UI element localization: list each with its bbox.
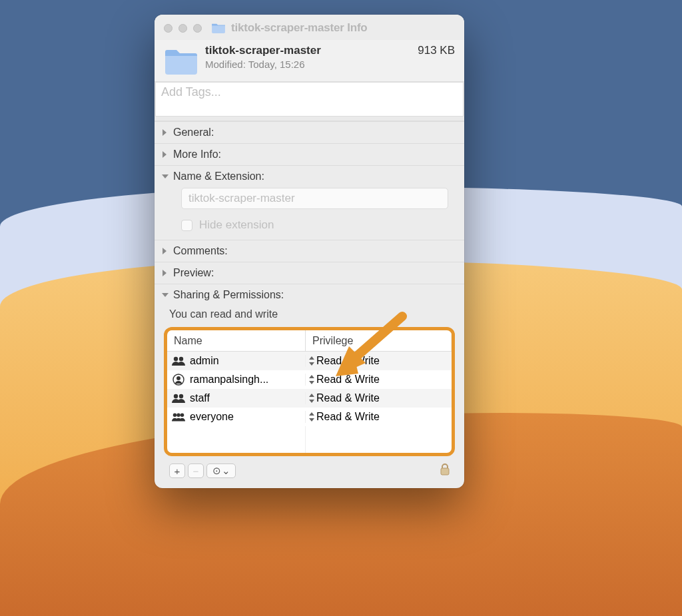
user-icon [171, 356, 186, 366]
svg-point-0 [174, 357, 178, 361]
chevron-down-icon [161, 173, 170, 180]
chevron-right-icon [161, 151, 170, 158]
user-icon [171, 393, 186, 404]
section-label: General: [173, 127, 214, 139]
permissions-table: Name Privilege adminRead & Writeramanpal… [164, 327, 455, 456]
minimize-button[interactable] [178, 24, 187, 33]
tags-section: Add Tags... [155, 81, 464, 121]
lock-icon[interactable] [439, 463, 451, 479]
chevron-right-icon [161, 129, 170, 137]
remove-button[interactable]: − [188, 463, 204, 478]
item-name: tiktok-scraper-master [205, 44, 418, 57]
permissions-user-name: ramanpalsingh... [190, 374, 268, 386]
tags-input[interactable]: Add Tags... [155, 82, 464, 117]
action-menu-button[interactable]: ⊙ ⌄ [206, 463, 236, 478]
privilege-selector[interactable]: Read & Write [306, 411, 452, 423]
section-sharing-permissions[interactable]: Sharing & Permissions: [155, 284, 464, 306]
hide-extension-checkbox[interactable] [181, 220, 192, 231]
desktop-background: tiktok-scraper-master Info tiktok-scrape… [0, 0, 682, 616]
section-preview[interactable]: Preview: [155, 262, 464, 284]
traffic-lights [164, 24, 202, 33]
privilege-value: Read & Write [316, 355, 380, 367]
section-label: More Info: [173, 149, 221, 160]
column-privilege[interactable]: Privilege [306, 330, 452, 351]
privilege-selector[interactable]: Read & Write [306, 392, 452, 404]
svg-point-6 [173, 414, 177, 418]
updown-icon [308, 412, 315, 422]
chevron-right-icon [161, 247, 170, 255]
section-name-extension[interactable]: Name & Extension: Hide extension [155, 165, 464, 240]
chevron-down-icon: ⌄ [222, 465, 230, 477]
chevron-down-icon [161, 292, 170, 298]
section-general[interactable]: General: [155, 121, 464, 143]
zoom-button[interactable] [193, 24, 202, 33]
size-label: 913 KB [418, 44, 455, 57]
modified-label: Modified: Today, 15:26 [205, 59, 418, 70]
permissions-user-name: staff [190, 392, 210, 404]
close-button[interactable] [164, 24, 172, 33]
privilege-value: Read & Write [316, 374, 380, 386]
updown-icon [308, 375, 315, 384]
window-title: tiktok-scraper-master Info [231, 21, 368, 35]
privilege-selector[interactable]: Read & Write [306, 374, 452, 386]
chevron-right-icon [161, 269, 170, 277]
section-label: Comments: [173, 245, 228, 257]
section-comments[interactable]: Comments: [155, 240, 464, 262]
folder-icon [164, 47, 198, 76]
column-name[interactable]: Name [167, 330, 306, 351]
svg-point-1 [179, 357, 183, 361]
svg-point-5 [179, 394, 183, 398]
permissions-row[interactable]: adminRead & Write [167, 352, 452, 370]
section-label: Sharing & Permissions: [173, 289, 284, 301]
permissions-row[interactable]: staffRead & Write [167, 389, 452, 408]
privilege-value: Read & Write [316, 411, 380, 423]
user-icon [171, 412, 186, 422]
privilege-selector[interactable]: Read & Write [306, 355, 452, 367]
permissions-message: You can read and write [155, 306, 464, 327]
svg-point-8 [180, 414, 184, 418]
name-extension-input[interactable] [181, 188, 448, 209]
user-icon [171, 374, 186, 385]
permissions-footer: + − ⊙ ⌄ [155, 463, 464, 488]
permissions-user-name: admin [190, 355, 219, 367]
section-more-info[interactable]: More Info: [155, 143, 464, 165]
updown-icon [308, 356, 315, 366]
permissions-row[interactable]: ramanpalsingh...Read & Write [167, 370, 452, 389]
header: tiktok-scraper-master Modified: Today, 1… [155, 40, 464, 81]
section-label: Name & Extension: [173, 170, 264, 182]
svg-point-4 [174, 394, 178, 398]
privilege-value: Read & Write [316, 392, 380, 404]
svg-point-3 [176, 376, 180, 380]
svg-point-7 [176, 414, 180, 418]
titlebar: tiktok-scraper-master Info [155, 15, 464, 40]
info-window: tiktok-scraper-master Info tiktok-scrape… [155, 15, 464, 488]
add-button[interactable]: + [169, 463, 185, 478]
gear-icon: ⊙ [212, 465, 221, 477]
permissions-row[interactable]: everyoneRead & Write [167, 408, 452, 426]
folder-icon [211, 22, 226, 34]
section-label: Preview: [173, 267, 214, 279]
permissions-header: Name Privilege [167, 330, 452, 352]
permissions-user-name: everyone [190, 411, 234, 423]
updown-icon [308, 394, 315, 403]
hide-extension-label: Hide extension [199, 218, 274, 232]
svg-rect-9 [441, 468, 449, 475]
